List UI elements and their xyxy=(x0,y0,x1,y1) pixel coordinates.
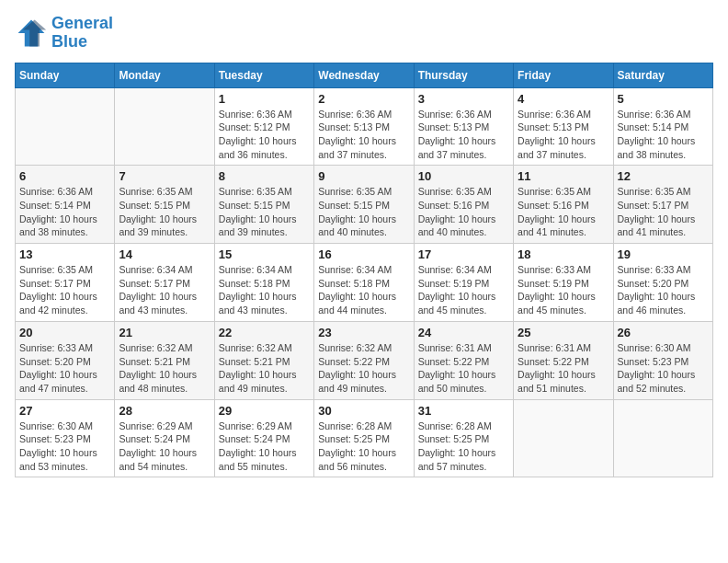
day-detail: Sunrise: 6:31 AMSunset: 5:22 PMDaylight:… xyxy=(418,341,509,396)
calendar-cell: 1Sunrise: 6:36 AMSunset: 5:12 PMDaylight… xyxy=(214,87,313,166)
calendar-cell: 14Sunrise: 6:34 AMSunset: 5:17 PMDayligh… xyxy=(115,244,214,322)
calendar-cell: 12Sunrise: 6:35 AMSunset: 5:17 PMDayligh… xyxy=(613,166,712,244)
calendar-cell: 11Sunrise: 6:35 AMSunset: 5:16 PMDayligh… xyxy=(514,166,613,244)
day-number: 26 xyxy=(618,326,709,339)
day-number: 1 xyxy=(219,92,310,106)
day-number: 14 xyxy=(119,247,210,261)
day-number: 8 xyxy=(219,169,310,183)
day-detail: Sunrise: 6:35 AMSunset: 5:15 PMDaylight:… xyxy=(119,185,210,239)
day-number: 10 xyxy=(418,169,509,183)
day-number: 9 xyxy=(318,169,409,183)
calendar-cell: 3Sunrise: 6:36 AMSunset: 5:13 PMDaylight… xyxy=(414,87,513,166)
day-number: 22 xyxy=(219,326,310,339)
day-detail: Sunrise: 6:36 AMSunset: 5:14 PMDaylight:… xyxy=(19,185,110,239)
page-header: General Blue xyxy=(15,15,713,52)
calendar-cell: 9Sunrise: 6:35 AMSunset: 5:15 PMDaylight… xyxy=(314,166,414,244)
day-detail: Sunrise: 6:30 AMSunset: 5:23 PMDaylight:… xyxy=(19,419,110,474)
calendar-week-row: 6Sunrise: 6:36 AMSunset: 5:14 PMDaylight… xyxy=(16,166,713,244)
day-number: 12 xyxy=(618,169,709,183)
calendar-cell: 24Sunrise: 6:31 AMSunset: 5:22 PMDayligh… xyxy=(414,321,513,399)
day-detail: Sunrise: 6:36 AMSunset: 5:13 PMDaylight:… xyxy=(418,108,509,162)
day-number: 11 xyxy=(518,169,609,183)
day-number: 24 xyxy=(418,326,509,339)
day-detail: Sunrise: 6:30 AMSunset: 5:23 PMDaylight:… xyxy=(618,341,709,396)
header-sunday: Sunday xyxy=(16,63,115,87)
calendar-cell: 2Sunrise: 6:36 AMSunset: 5:13 PMDaylight… xyxy=(314,87,414,166)
day-number: 4 xyxy=(518,92,609,106)
calendar-cell: 25Sunrise: 6:31 AMSunset: 5:22 PMDayligh… xyxy=(514,321,613,399)
day-number: 5 xyxy=(618,92,709,106)
calendar-cell xyxy=(514,399,613,477)
logo-text: General Blue xyxy=(51,15,113,52)
day-detail: Sunrise: 6:36 AMSunset: 5:14 PMDaylight:… xyxy=(618,108,709,162)
header-tuesday: Tuesday xyxy=(214,63,313,87)
day-detail: Sunrise: 6:32 AMSunset: 5:21 PMDaylight:… xyxy=(119,341,210,396)
day-detail: Sunrise: 6:35 AMSunset: 5:16 PMDaylight:… xyxy=(518,185,609,239)
day-number: 19 xyxy=(618,247,709,261)
calendar-cell: 31Sunrise: 6:28 AMSunset: 5:25 PMDayligh… xyxy=(414,399,513,477)
calendar-cell: 13Sunrise: 6:35 AMSunset: 5:17 PMDayligh… xyxy=(16,244,115,322)
day-number: 6 xyxy=(19,169,110,183)
calendar-cell: 10Sunrise: 6:35 AMSunset: 5:16 PMDayligh… xyxy=(414,166,513,244)
day-number: 29 xyxy=(219,404,310,418)
calendar-cell: 4Sunrise: 6:36 AMSunset: 5:13 PMDaylight… xyxy=(514,87,613,166)
day-number: 2 xyxy=(318,92,409,106)
calendar-cell: 27Sunrise: 6:30 AMSunset: 5:23 PMDayligh… xyxy=(16,399,115,477)
day-detail: Sunrise: 6:32 AMSunset: 5:21 PMDaylight:… xyxy=(219,341,310,396)
calendar-cell: 20Sunrise: 6:33 AMSunset: 5:20 PMDayligh… xyxy=(16,321,115,399)
calendar-cell: 26Sunrise: 6:30 AMSunset: 5:23 PMDayligh… xyxy=(613,321,712,399)
calendar-cell xyxy=(115,87,214,166)
calendar-header-row: SundayMondayTuesdayWednesdayThursdayFrid… xyxy=(16,63,713,87)
day-detail: Sunrise: 6:35 AMSunset: 5:15 PMDaylight:… xyxy=(318,185,409,239)
day-number: 16 xyxy=(318,247,409,261)
day-detail: Sunrise: 6:34 AMSunset: 5:17 PMDaylight:… xyxy=(119,263,210,317)
day-detail: Sunrise: 6:32 AMSunset: 5:22 PMDaylight:… xyxy=(318,341,409,396)
day-detail: Sunrise: 6:36 AMSunset: 5:13 PMDaylight:… xyxy=(518,108,609,162)
calendar-cell xyxy=(613,399,712,477)
day-detail: Sunrise: 6:36 AMSunset: 5:12 PMDaylight:… xyxy=(219,108,310,162)
day-detail: Sunrise: 6:35 AMSunset: 5:16 PMDaylight:… xyxy=(418,185,509,239)
header-thursday: Thursday xyxy=(414,63,513,87)
day-number: 13 xyxy=(19,247,110,261)
header-wednesday: Wednesday xyxy=(314,63,414,87)
calendar-cell: 17Sunrise: 6:34 AMSunset: 5:19 PMDayligh… xyxy=(414,244,513,322)
day-number: 17 xyxy=(418,247,509,261)
calendar-week-row: 27Sunrise: 6:30 AMSunset: 5:23 PMDayligh… xyxy=(16,399,713,477)
logo-icon xyxy=(15,17,48,50)
calendar-cell: 16Sunrise: 6:34 AMSunset: 5:18 PMDayligh… xyxy=(314,244,414,322)
calendar-table: SundayMondayTuesdayWednesdayThursdayFrid… xyxy=(15,63,713,478)
day-number: 27 xyxy=(19,404,110,418)
day-number: 23 xyxy=(318,326,409,339)
calendar-week-row: 20Sunrise: 6:33 AMSunset: 5:20 PMDayligh… xyxy=(16,321,713,399)
day-detail: Sunrise: 6:35 AMSunset: 5:17 PMDaylight:… xyxy=(19,263,110,317)
calendar-cell: 18Sunrise: 6:33 AMSunset: 5:19 PMDayligh… xyxy=(514,244,613,322)
calendar-cell: 8Sunrise: 6:35 AMSunset: 5:15 PMDaylight… xyxy=(214,166,313,244)
header-friday: Friday xyxy=(514,63,613,87)
day-detail: Sunrise: 6:28 AMSunset: 5:25 PMDaylight:… xyxy=(418,419,509,474)
day-detail: Sunrise: 6:35 AMSunset: 5:17 PMDaylight:… xyxy=(618,185,709,239)
day-detail: Sunrise: 6:34 AMSunset: 5:18 PMDaylight:… xyxy=(318,263,409,317)
calendar-cell: 15Sunrise: 6:34 AMSunset: 5:18 PMDayligh… xyxy=(214,244,313,322)
calendar-cell xyxy=(16,87,115,166)
day-detail: Sunrise: 6:31 AMSunset: 5:22 PMDaylight:… xyxy=(518,341,609,396)
day-detail: Sunrise: 6:29 AMSunset: 5:24 PMDaylight:… xyxy=(219,419,310,474)
calendar-week-row: 13Sunrise: 6:35 AMSunset: 5:17 PMDayligh… xyxy=(16,244,713,322)
day-number: 30 xyxy=(318,404,409,418)
calendar-cell: 19Sunrise: 6:33 AMSunset: 5:20 PMDayligh… xyxy=(613,244,712,322)
calendar-cell: 29Sunrise: 6:29 AMSunset: 5:24 PMDayligh… xyxy=(214,399,313,477)
day-number: 7 xyxy=(119,169,210,183)
day-detail: Sunrise: 6:35 AMSunset: 5:15 PMDaylight:… xyxy=(219,185,310,239)
day-number: 15 xyxy=(219,247,310,261)
day-number: 25 xyxy=(518,326,609,339)
day-detail: Sunrise: 6:33 AMSunset: 5:19 PMDaylight:… xyxy=(518,263,609,317)
logo: General Blue xyxy=(15,15,113,52)
calendar-week-row: 1Sunrise: 6:36 AMSunset: 5:12 PMDaylight… xyxy=(16,87,713,166)
day-detail: Sunrise: 6:29 AMSunset: 5:24 PMDaylight:… xyxy=(119,419,210,474)
day-number: 3 xyxy=(418,92,509,106)
header-saturday: Saturday xyxy=(613,63,712,87)
calendar-cell: 28Sunrise: 6:29 AMSunset: 5:24 PMDayligh… xyxy=(115,399,214,477)
day-number: 18 xyxy=(518,247,609,261)
day-detail: Sunrise: 6:28 AMSunset: 5:25 PMDaylight:… xyxy=(318,419,409,474)
day-number: 31 xyxy=(418,404,509,418)
day-detail: Sunrise: 6:33 AMSunset: 5:20 PMDaylight:… xyxy=(19,341,110,396)
